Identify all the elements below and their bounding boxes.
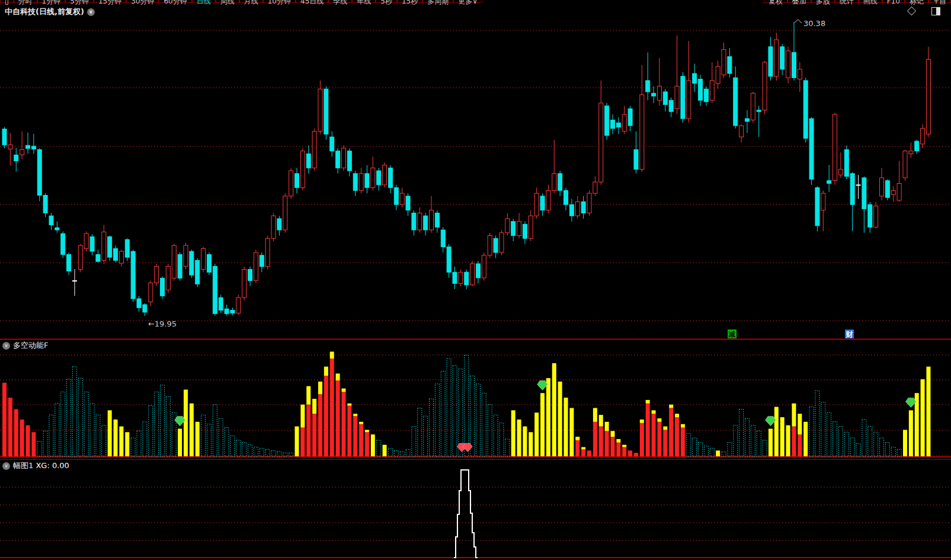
candle-body — [652, 93, 656, 96]
collapse-icon[interactable]: ∨ — [2, 342, 10, 350]
momentum-bar-red — [610, 437, 614, 456]
candle-body — [921, 129, 925, 144]
momentum-bar-yellow — [119, 427, 123, 456]
period-button-多周期[interactable]: 多周期 — [422, 0, 453, 3]
momentum-bar-teal — [494, 415, 498, 456]
window-icon[interactable]: ▯ — [0, 0, 14, 3]
candle-body — [699, 79, 703, 101]
momentum-bar-red — [365, 432, 369, 456]
tool-button-+自[interactable]: +自 — [928, 0, 951, 3]
momentum-bar-red — [347, 406, 351, 456]
momentum-bar-teal — [734, 425, 738, 456]
period-button-15分钟[interactable]: 15分钟 — [94, 0, 126, 3]
momentum-bar-teal — [61, 392, 65, 456]
candle-body — [430, 210, 434, 230]
candle-body — [681, 76, 685, 119]
collapse-icon[interactable]: ∨ — [2, 462, 10, 470]
diamond-icon[interactable] — [907, 7, 917, 16]
momentum-bar-yellow-tip — [640, 420, 644, 423]
momentum-bar-teal — [763, 440, 767, 456]
momentum-bar-red — [20, 420, 24, 456]
candle-body — [827, 181, 831, 184]
tool-button-统计[interactable]: 统计 — [835, 0, 859, 3]
tool-button-画线[interactable]: 画线 — [859, 0, 882, 3]
momentum-bar-yellow — [383, 445, 387, 456]
momentum-bar-yellow-tip — [359, 422, 363, 424]
period-button-周线[interactable]: 周线 — [216, 0, 239, 3]
momentum-bar-teal — [693, 438, 697, 456]
momentum-bar-yellow — [529, 432, 533, 456]
candle-body — [78, 245, 82, 269]
candle-body — [230, 311, 235, 313]
candle-body — [903, 151, 907, 178]
momentum-bar-red — [336, 380, 340, 456]
tool-button-复权[interactable]: 复权 — [764, 0, 787, 3]
momentum-bar-teal — [230, 436, 235, 456]
candle-body — [511, 222, 515, 236]
candle-body — [833, 114, 837, 181]
momentum-bar-teal — [377, 440, 381, 456]
period-button-1分钟[interactable]: 1分钟 — [37, 0, 66, 3]
momentum-bar-red — [669, 408, 673, 456]
momentum-bar-teal — [441, 371, 445, 456]
candle-body — [196, 260, 200, 284]
candle-body — [49, 216, 53, 225]
momentum-bar-red — [324, 376, 328, 456]
momentum-bar-teal — [67, 379, 71, 456]
momentum-bar-red — [622, 447, 626, 456]
momentum-bar-yellow — [903, 430, 907, 456]
tool-button-多股[interactable]: 多股 — [811, 0, 835, 3]
period-button-10分钟[interactable]: 10分钟 — [263, 0, 296, 3]
period-button-季线[interactable]: 季线 — [328, 0, 352, 3]
period-button-15秒[interactable]: 15秒 — [397, 0, 422, 3]
candle-body — [96, 254, 100, 261]
chevron-down-icon[interactable]: ∨ — [87, 8, 95, 16]
momentum-bar-yellow-tip — [622, 445, 626, 447]
period-button-日线[interactable]: 日线 — [192, 0, 216, 3]
candle-body — [84, 233, 88, 248]
candle-body — [131, 251, 135, 299]
period-button-月线[interactable]: 月线 — [239, 0, 263, 3]
tool-button-标记[interactable]: 标记 — [905, 0, 928, 3]
period-button-5秒[interactable]: 5秒 — [376, 0, 397, 3]
momentum-bar-yellow — [108, 410, 112, 456]
candle-body — [728, 56, 732, 73]
stock-title: 中自科技(日线,前复权)∨ — [5, 7, 95, 17]
period-button-30分钟[interactable]: 30分钟 — [126, 0, 159, 3]
momentum-bar-yellow-tip — [306, 386, 310, 405]
period-button-45日线[interactable]: 45日线 — [296, 0, 328, 3]
period-button-分时[interactable]: 分时 — [14, 0, 37, 3]
split-window-icon[interactable] — [931, 7, 940, 15]
momentum-bar-teal — [699, 443, 703, 456]
momentum-bar-yellow-tip — [336, 373, 340, 380]
candle-body — [271, 216, 276, 238]
period-button-5分钟[interactable]: 5分钟 — [65, 0, 94, 3]
momentum-bar-teal — [874, 432, 878, 456]
tool-button-F10[interactable]: F10 — [882, 0, 905, 3]
momentum-bar-red — [318, 394, 322, 456]
candle-body — [803, 81, 808, 138]
candle-body — [353, 174, 357, 191]
candle-body — [149, 283, 153, 302]
candle-body — [798, 69, 802, 79]
momentum-bar-red — [330, 359, 334, 456]
tool-button-叠加[interactable]: 叠加 — [787, 0, 811, 3]
momentum-bar-yellow — [786, 425, 790, 456]
candle-body — [874, 206, 878, 228]
candle-body — [166, 266, 170, 290]
candle-body — [552, 174, 556, 191]
period-button-更多∨[interactable]: 更多∨ — [453, 0, 482, 3]
candle-body — [868, 204, 872, 227]
momentum-bar-teal — [143, 422, 147, 456]
period-button-年线[interactable]: 年线 — [352, 0, 376, 3]
candle-body — [610, 120, 614, 129]
momentum-bar-teal — [862, 420, 866, 456]
momentum-bar-yellow — [909, 410, 913, 456]
momentum-bar-yellow — [125, 432, 129, 456]
event-badge-财: 财 — [846, 330, 853, 338]
momentum-bar-yellow-tip — [792, 404, 796, 427]
candle-body — [400, 193, 404, 204]
period-button-60分钟[interactable]: 60分钟 — [159, 0, 191, 3]
chart-canvas[interactable]: 30.38←19.95减财 — [0, 17, 951, 560]
candle-body — [488, 236, 492, 255]
